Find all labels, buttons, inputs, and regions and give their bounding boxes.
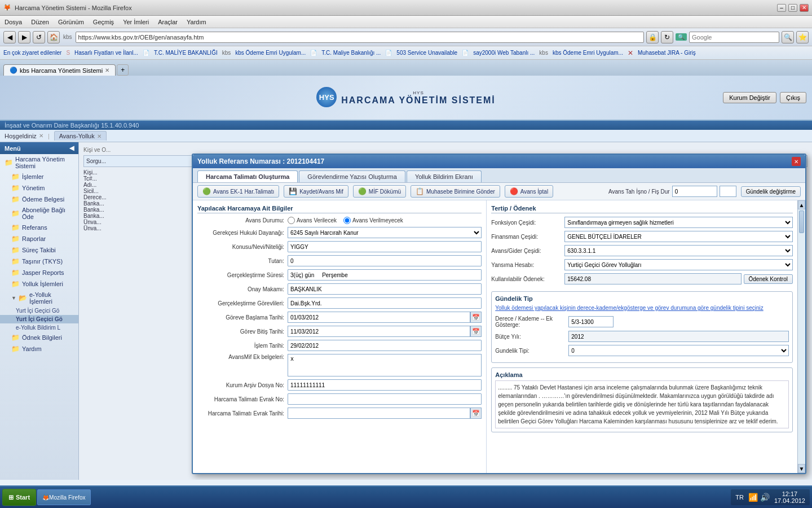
harcama-tarih-calendar-button[interactable]: 📅: [470, 408, 482, 419]
bitis-calendar-button[interactable]: 📅: [470, 326, 482, 337]
onay-input[interactable]: [288, 283, 482, 295]
sidebar-item-odeme-belgesi[interactable]: 📁 Ödeme Belgesi: [0, 194, 78, 205]
bitis-input[interactable]: [288, 326, 470, 337]
tab-avans-yolluk[interactable]: Avans-Yolluk ✕: [54, 131, 107, 141]
mif-dokum-button[interactable]: 🟢 MİF Dökümü: [353, 185, 406, 198]
avans-iptal-button[interactable]: 🔴 Avans İptal: [505, 185, 553, 198]
sidebar-subitem-eyolluk-bildirim[interactable]: e-Yolluk Bildirim L: [0, 323, 78, 332]
modal-tab-bildirim[interactable]: Yolluk Bildirim Ekranı: [407, 170, 482, 182]
bookmark-503[interactable]: 503 Service Unavailable: [396, 50, 457, 56]
kaydet-avans-button[interactable]: 💾 Kaydet/Avans Mif: [284, 185, 348, 198]
sidebar-item-tasinir[interactable]: 📁 Taşınır (TKYS): [0, 256, 78, 267]
tab-close-button[interactable]: ✕: [105, 67, 109, 73]
close-button[interactable]: ✕: [800, 4, 809, 12]
sidebar-item-yardim[interactable]: 📁 Yardım: [0, 343, 78, 354]
new-tab-button[interactable]: +: [117, 64, 129, 76]
scrollbar-down-button[interactable]: ▼: [798, 464, 805, 473]
home-button[interactable]: 🏠: [47, 31, 60, 43]
baslama-calendar-button[interactable]: 📅: [470, 312, 482, 323]
avans-fis-input[interactable]: [720, 186, 736, 197]
bookmark-odeme-emri2[interactable]: kbs Ödeme Emri Uygulam...: [553, 50, 623, 56]
avans-tah-input[interactable]: [672, 186, 717, 197]
tutari-input[interactable]: [288, 255, 482, 266]
menu-araclar[interactable]: Araçlar: [158, 19, 178, 25]
bookmark-jira[interactable]: Muhasebat JIRA - Giriş: [638, 50, 696, 56]
refresh-button[interactable]: ↻: [661, 31, 673, 43]
sidebar-item-surec[interactable]: 📁 Süreç Takibi: [0, 244, 78, 256]
avans-verilmeyecek-radio[interactable]: [343, 217, 351, 224]
harcama-tarih-input[interactable]: [288, 408, 470, 419]
tab-hosgeldiniz[interactable]: Hoşgeldiniz ✕: [5, 133, 43, 139]
reload-button[interactable]: ↺: [33, 31, 45, 43]
fonksiyon-select[interactable]: Sınıflandırmaya girmeyen sağlık hizmetle…: [564, 217, 793, 228]
gorevli-input[interactable]: [288, 297, 482, 309]
tab-hosgeldiniz-close[interactable]: ✕: [39, 133, 43, 139]
menu-gorunum[interactable]: Görünüm: [58, 19, 84, 25]
cikis-button[interactable]: Çıkış: [780, 92, 806, 103]
gundelik-degistirme-button[interactable]: Gündelik değiştirme: [741, 186, 801, 197]
kurum-degistir-button[interactable]: Kurum Değiştir: [723, 92, 776, 103]
yansima-select[interactable]: Yurtiçi Geçici Görev Yolluğları: [564, 259, 793, 270]
sidebar-subitem-yurt-ici-1[interactable]: Yurt İçi Geçici Gö: [0, 306, 78, 315]
sidebar-item-yonetim[interactable]: 📁 Yönetim: [0, 182, 78, 194]
gundelik-link[interactable]: Yolluk ödemesi yapılacak kişinin derece-…: [495, 305, 763, 311]
sidebar-item-abonelik[interactable]: 📁 Aboneliğe Bağlı Öde: [0, 205, 78, 222]
start-button[interactable]: ⊞ Start: [2, 489, 36, 506]
bookmark-star-button[interactable]: ⭐: [796, 31, 809, 43]
minimize-button[interactable]: –: [777, 4, 786, 12]
sidebar-item-hys[interactable]: 📁 Harcama Yönetim Sistemi: [0, 154, 78, 171]
scrollbar-thumb[interactable]: [799, 211, 804, 233]
avans-verilmeyecek-radio-label[interactable]: Avans Verilmeyecek: [343, 217, 403, 224]
menu-yerimleri[interactable]: Yer İmleri: [123, 19, 149, 25]
bookmark-odeme-emri[interactable]: kbs Ödeme Emri Uygulam...: [235, 50, 306, 56]
maximize-button[interactable]: □: [788, 4, 797, 12]
modal-tab-harcama[interactable]: Harcama Talimatı Oluşturma: [197, 170, 298, 182]
avansmif-textarea[interactable]: x: [288, 354, 482, 376]
browser-tab-hys[interactable]: 🔵 kbs Harcama Yönetim Sistemi ✕: [3, 64, 116, 76]
avans-verilecek-radio[interactable]: [288, 217, 295, 224]
bookmark-hasarli[interactable]: Hasarlı Fiyatları ve İlanl...: [74, 50, 138, 56]
tab-avans-yolluk-close[interactable]: ✕: [97, 133, 102, 139]
avans-ek1-button[interactable]: 🟢 Avans EK-1 Har.Talimatı: [197, 185, 279, 198]
bookmark-most-visited[interactable]: En çok ziyaret edilenler: [3, 50, 61, 56]
avans-gider-select[interactable]: 630.3.3.1.1: [564, 245, 793, 256]
search-submit-button[interactable]: 🔍: [782, 31, 794, 43]
derece-input[interactable]: [568, 316, 614, 327]
sidebar-item-odenek[interactable]: 📁 Ödnek Bilgileri: [0, 332, 78, 343]
gundelik-tipi-select[interactable]: 0: [568, 345, 789, 356]
islem-input[interactable]: [288, 340, 482, 351]
avans-verilecek-radio-label[interactable]: Avans Verilecek: [288, 217, 337, 224]
konusu-input[interactable]: [288, 241, 482, 252]
harcama-evrak-input[interactable]: [288, 393, 482, 405]
sidebar-item-jasper[interactable]: 📁 Jasper Reports: [0, 267, 78, 278]
odenek-kontrol-button[interactable]: Ödenek Kontrol: [744, 274, 793, 284]
sidebar-item-yolluk[interactable]: 📁 Yolluk İşlemleri: [0, 278, 78, 290]
sidebar-item-eyolluk[interactable]: ▼ 📂 e-Yolluk İşlemleri: [0, 290, 78, 306]
sidebar-subitem-yurt-ici-2[interactable]: Yurt İçi Geçici Gö: [0, 315, 78, 323]
arsiv-input[interactable]: [288, 379, 482, 391]
bookmark-say2000[interactable]: say2000i Web Tabanlı ...: [473, 50, 535, 56]
search-input[interactable]: [689, 32, 779, 43]
menu-gecmis[interactable]: Geçmiş: [93, 19, 114, 25]
forward-button[interactable]: ▶: [18, 31, 30, 43]
bookmark-maliye2[interactable]: T.C. Maliye Bakanlığı ...: [321, 50, 381, 56]
finansman-select[interactable]: GENEL BÜTÇELİ İDARELER: [564, 231, 793, 242]
taskbar-task-firefox[interactable]: 🦊 Mozilla Firefox: [37, 489, 90, 505]
scrollbar-up-button[interactable]: ▲: [798, 200, 805, 209]
modal-tab-gorevlendirme[interactable]: Görevlendirme Yazısı Oluşturma: [299, 170, 405, 182]
suresi-input[interactable]: [288, 269, 482, 281]
address-bar[interactable]: [76, 32, 644, 43]
baslama-input[interactable]: [288, 312, 470, 323]
menu-duzen[interactable]: Düzen: [31, 19, 49, 25]
back-button[interactable]: ◀: [3, 31, 16, 43]
bookmark-maliye[interactable]: T.C. MALİYE BAKANLIĞI: [154, 50, 218, 56]
menu-yardim[interactable]: Yardım: [187, 19, 206, 25]
sidebar-collapse-icon[interactable]: ◀: [69, 144, 74, 152]
menu-dosya[interactable]: Dosya: [5, 19, 22, 25]
sidebar-item-raporlar[interactable]: 📁 Raporlar: [0, 233, 78, 244]
modal-close-button[interactable]: ✕: [792, 157, 801, 166]
muhasebe-gonder-button[interactable]: 📋 Muhasebe Birimine Gönder: [411, 185, 500, 198]
sidebar-item-islemler[interactable]: 📁 İşlemler: [0, 171, 78, 182]
gerekcesi-select[interactable]: 6245 Sayılı Harcırah Kanur: [288, 227, 482, 238]
sidebar-item-referans[interactable]: 📁 Referans: [0, 222, 78, 233]
